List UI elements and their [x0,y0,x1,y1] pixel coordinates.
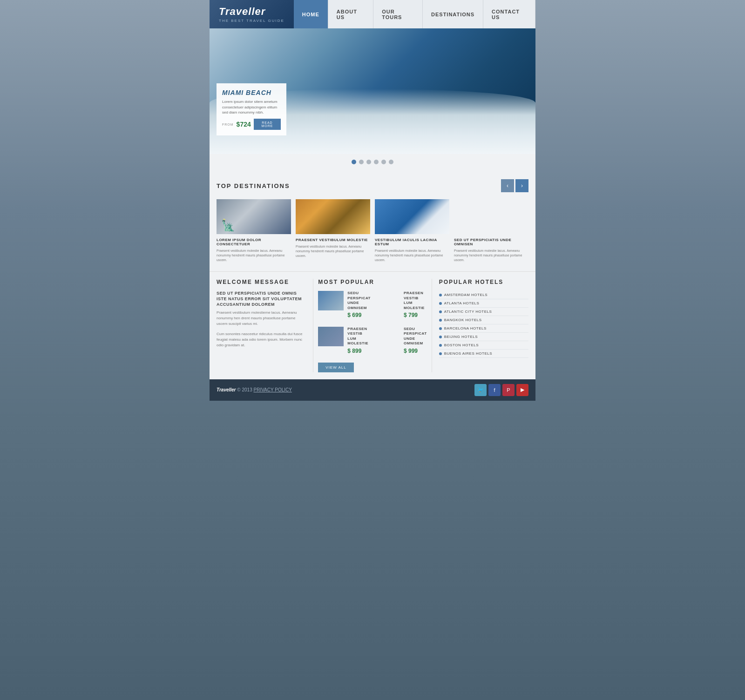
nav-about[interactable]: ABOUT US [328,0,373,28]
popular-thumb-2 [374,291,400,310]
view-all-button[interactable]: VIEW ALL [318,363,353,372]
dest-title-1: LOREM IPSUM DOLOR CONSECTETUER [217,238,291,246]
hotel-bullet-icon [439,327,442,330]
dest-desc-1: Praesent vestibulum molestie lacus. Aene… [217,249,291,262]
hero-overlay: MIAMI BEACH Lorem ipsum dolor sitem amet… [217,83,286,135]
slider-dot-6[interactable] [389,160,393,164]
hotel-item-barcelona[interactable]: BARCELONA HOTELS [439,324,528,333]
main-nav: HOME ABOUT US OUR TOURS DESTINATIONS CON… [294,0,535,28]
hotel-bullet-icon [439,319,442,322]
dest-desc-4: Praesent vestibulum molestie lacus. Aene… [454,249,528,262]
hotel-bullet-icon [439,294,442,296]
popular-item-3: PRAESEN VESTIB LUM MOLESTIE $ 899 [318,327,371,354]
main-wrapper: MIAMI BEACH Lorem ipsum dolor sitem amet… [210,28,535,379]
popular-hotels-title: POPULAR HOTELS [439,279,528,285]
top-destinations-title: TOP DESTINATIONS [217,182,290,189]
nav-contact[interactable]: CONTACT US [483,0,535,28]
hotel-item-boston[interactable]: BOSTON HOTELS [439,341,528,350]
popular-items-grid: SEDU PERSPICAT UNDE OMNISEM $ 699 PRAESE… [318,291,427,358]
hotel-item-atlanta[interactable]: ATLANTA HOTELS [439,299,528,308]
popular-item-price-3: $ 899 [347,348,371,354]
hotel-bullet-icon [439,344,442,347]
most-popular-title: MOST POPULAR [318,279,427,285]
dest-title-3: VESTIBULUM IACULIS LACINIA ESTUM [375,238,449,246]
dest-title-2: PRAESENT VESTIBULUM MOLESTIE [296,238,370,242]
prev-arrow-button[interactable]: ‹ [501,179,514,192]
logo-title: Traveller [219,6,284,18]
youtube-icon[interactable]: ▶ [516,384,528,396]
hero-title: MIAMI BEACH [222,89,281,96]
dest-title-4: SED UT PERSPICIATIS UNDE OMNISEN [454,238,528,246]
dest-image-1 [217,199,291,234]
footer-brand: Traveller © 2013 PRIVACY POLICY [217,387,292,392]
hotel-label-amsterdam: AMSTERDAM HOTELS [444,293,488,297]
popular-item-4: SEDU PERSPICAT UNDE OMNISEM $ 999 [374,327,427,354]
dest-card-2: PRAESENT VESTIBULUM MOLESTIE Praesent ve… [296,199,370,262]
nav-tours[interactable]: OUR TOURS [373,0,423,28]
slider-dot-2[interactable] [359,160,364,164]
dest-desc-2: Praesent vestibulum molestie lacus. Aene… [296,244,370,258]
popular-thumb-1 [318,291,344,310]
slider-dot-3[interactable] [366,160,371,164]
footer-privacy[interactable]: PRIVACY POLICY [253,387,291,392]
hotel-item-atlantic-city[interactable]: ATLANTIC CITY HOTELS [439,308,528,316]
hotel-item-buenos-aires[interactable]: BUENOS AIRES HOTELS [439,350,528,358]
popular-hotels-column: POPULAR HOTELS AMSTERDAM HOTELS ATLANTA … [432,279,528,372]
slider-dot-1[interactable] [352,160,356,164]
welcome-text-1: Praesent vestibulum molestieme lacus. Ae… [217,310,306,327]
welcome-subtitle: SED UT PERSPICIATIS UNDE OMNIS ISTE NATU… [217,291,306,307]
popular-item-title-3: PRAESEN VESTIB LUM MOLESTIE [347,327,371,346]
popular-info-2: PRAESEN VESTIB LUM MOLESTIE $ 799 [404,291,427,318]
popular-info-3: PRAESEN VESTIB LUM MOLESTIE $ 899 [347,327,371,354]
destination-nav-arrows: ‹ › [501,179,528,192]
dest-card-3: VESTIBULUM IACULIS LACINIA ESTUM Praesen… [375,199,449,262]
popular-item-price-4: $ 999 [404,348,427,354]
logo-subtitle: THE BEST TRAVEL GUIDE [219,19,284,23]
hotel-bullet-icon [439,352,442,355]
hotel-bullet-icon [439,336,442,338]
hotel-label-beijing: BEIJING HOTELS [444,335,478,339]
popular-info-4: SEDU PERSPICAT UNDE OMNISEM $ 999 [404,327,427,354]
popular-item-title-2: PRAESEN VESTIB LUM MOLESTIE [404,291,427,310]
popular-item-title-4: SEDU PERSPICAT UNDE OMNISEM [404,327,427,346]
destinations-grid: LOREM IPSUM DOLOR CONSECTETUER Praesent … [217,199,528,262]
facebook-icon[interactable]: f [488,384,501,396]
dest-image-2 [296,199,370,234]
popular-item-2: PRAESEN VESTIB LUM MOLESTIE $ 799 [374,291,427,318]
pinterest-icon[interactable]: P [502,384,515,396]
hero-from-label: FROM [222,123,234,126]
popular-item-price-2: $ 799 [404,312,427,318]
slider-dots [210,154,535,170]
dest-card-1: LOREM IPSUM DOLOR CONSECTETUER Praesent … [217,199,291,262]
slider-dot-5[interactable] [381,160,386,164]
bottom-section: WELCOME MESSAGE SED UT PERSPICIATIS UNDE… [210,271,535,379]
hotel-item-beijing[interactable]: BEIJING HOTELS [439,333,528,341]
hotel-label-atlantic-city: ATLANTIC CITY HOTELS [444,310,492,314]
footer: Traveller © 2013 PRIVACY POLICY 🐦 f P ▶ [210,379,535,401]
hotel-bullet-icon [439,302,442,305]
social-icons: 🐦 f P ▶ [474,384,528,396]
popular-item-1: SEDU PERSPICAT UNDE OMNISEM $ 699 [318,291,371,318]
hero-price-row: FROM $724 READ MORE [222,119,281,130]
hotel-label-bangkok: BANGKOK HOTELS [444,318,482,322]
hotel-item-bangkok[interactable]: BANGKOK HOTELS [439,316,528,324]
hotel-bullet-icon [439,310,442,313]
header: Traveller THE BEST TRAVEL GUIDE HOME ABO… [210,0,535,28]
dest-card-4: SED UT PERSPICIATIS UNDE OMNISEN Praesen… [454,199,528,262]
hotel-label-boston: BOSTON HOTELS [444,343,479,347]
hotel-label-buenos-aires: BUENOS AIRES HOTELS [444,351,492,356]
hero-description: Lorem ipsum dolor sitem ametum consectet… [222,99,281,115]
hero-slider: MIAMI BEACH Lorem ipsum dolor sitem amet… [210,28,535,154]
slider-dot-4[interactable] [374,160,379,164]
footer-copyright: © 2013 [237,387,252,392]
nav-destinations[interactable]: DESTINATIONS [423,0,483,28]
twitter-icon[interactable]: 🐦 [474,384,487,396]
hero-read-more-button[interactable]: READ MORE [254,119,281,130]
hotel-item-amsterdam[interactable]: AMSTERDAM HOTELS [439,291,528,299]
dest-image-4 [454,199,528,234]
popular-thumb-3 [318,327,344,346]
welcome-text-2: Cum sonontes nasceetur ridiculus musulla… [217,331,306,348]
nav-home[interactable]: HOME [294,0,328,28]
next-arrow-button[interactable]: › [515,179,528,192]
dest-image-3 [375,199,449,234]
